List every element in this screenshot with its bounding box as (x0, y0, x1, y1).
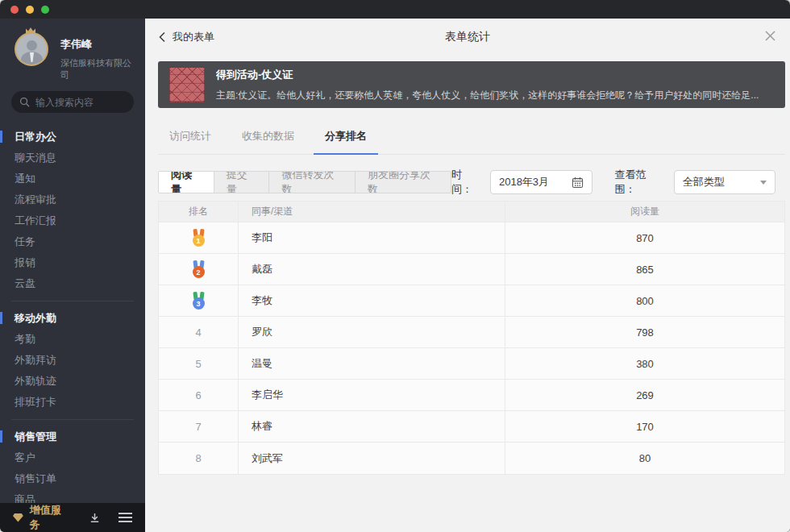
avatar (15, 32, 48, 66)
app-window: 李伟峰 深信服科技有限公司 日常办公 聊天消息 通知 流程审批 工作汇报 任务 … (0, 0, 790, 532)
table-row: 7 林睿 170 (159, 411, 784, 443)
scope-label: 查看范围： (614, 168, 665, 197)
table-row: 2 戴磊 865 (159, 254, 784, 285)
section-accent-bar (0, 312, 2, 324)
calendar-icon (572, 177, 584, 189)
sidebar-item-attendance[interactable]: 考勤 (0, 329, 145, 350)
sidebar-item-cloud-disk[interactable]: 云盘 (0, 273, 145, 294)
sidebar-footer: 增值服务 (0, 503, 145, 532)
scope-select[interactable]: 全部类型 (674, 170, 775, 194)
row-value: 170 (505, 411, 784, 442)
rank-number: 7 (195, 421, 201, 433)
download-button[interactable] (89, 512, 101, 524)
table-row: 8 刘武军 80 (159, 443, 784, 474)
sidebar-item-notice[interactable]: 通知 (0, 168, 145, 189)
main-panel: 我的表单 表单统计 得到活动-仗义证 主题:仗义证。给他人好礼，还要称他人英雄，… (145, 19, 790, 532)
sidebar-item-chat[interactable]: 聊天消息 (0, 148, 145, 168)
close-window-button[interactable] (10, 6, 19, 14)
crown-icon (26, 27, 35, 34)
time-label: 时间： (451, 168, 482, 197)
tab-visit-stats[interactable]: 访问统计 (158, 129, 222, 155)
nav-section-daily-office: 日常办公 (0, 126, 145, 148)
row-name: 李阳 (239, 222, 505, 253)
table-row: 6 李启华 269 (159, 380, 784, 411)
row-name: 李启华 (239, 380, 505, 410)
section-accent-bar (0, 430, 2, 443)
row-value: 870 (505, 222, 784, 253)
form-thumbnail (169, 67, 205, 102)
filter-row: 阅读量 提交量 微信转发次数 朋友圈分享次数 时间： 2018年3月 查看范围：… (158, 170, 785, 194)
metric-segmented-control: 阅读量 提交量 微信转发次数 朋友圈分享次数 (158, 171, 451, 193)
sidebar-item-expense[interactable]: 报销 (0, 252, 145, 273)
menu-button[interactable] (118, 513, 132, 522)
bronze-medal-icon: 3 (192, 292, 206, 310)
section-accent-bar (0, 131, 2, 143)
segment-moments-share-count[interactable]: 朋友圈分享次数 (356, 172, 451, 193)
rank-number: 5 (195, 358, 201, 370)
macos-titlebar (0, 0, 790, 19)
tab-collected-data[interactable]: 收集的数据 (231, 129, 306, 155)
form-title: 得到活动-仗义证 (216, 68, 759, 82)
sidebar-item-customer[interactable]: 客户 (0, 447, 145, 468)
scope-value: 全部类型 (683, 175, 760, 189)
sidebar-item-field-track[interactable]: 外勤轨迹 (0, 371, 145, 392)
row-name: 罗欣 (239, 317, 505, 347)
column-header-colleague: 同事/渠道 (239, 202, 505, 222)
search-input[interactable] (35, 97, 124, 108)
row-name: 温曼 (239, 348, 505, 379)
gold-medal-icon: 1 (192, 229, 206, 247)
segment-read-count[interactable]: 阅读量 (159, 172, 214, 193)
row-name: 林睿 (239, 411, 505, 442)
hamburger-icon (118, 513, 132, 514)
row-name: 刘武军 (239, 443, 505, 474)
date-picker[interactable]: 2018年3月 (490, 170, 592, 194)
rank-number: 6 (195, 389, 201, 401)
sidebar-item-sales-order[interactable]: 销售订单 (0, 468, 145, 489)
table-header-row: 排名 同事/渠道 阅读量 (159, 202, 784, 222)
diamond-icon (13, 513, 23, 522)
chevron-down-icon (760, 181, 767, 185)
rank-number: 4 (195, 326, 201, 339)
sidebar-item-field-visit[interactable]: 外勤拜访 (0, 350, 145, 371)
table-row: 4 罗欣 798 (159, 317, 784, 348)
column-header-rank: 排名 (159, 202, 239, 222)
table-row: 5 温曼 380 (159, 348, 784, 380)
row-value: 800 (505, 285, 784, 316)
row-value: 865 (505, 254, 784, 285)
tab-share-ranking[interactable]: 分享排名 (314, 129, 378, 155)
form-subtitle: 主题:仗义证。给他人好礼，还要称他人英雄，夸他人仗义，给他们奖状，这样的好事谁会… (216, 89, 759, 102)
search-box[interactable] (11, 91, 134, 113)
sidebar-item-task[interactable]: 任务 (0, 231, 145, 252)
value-added-services-button[interactable]: 增值服务 (13, 503, 71, 532)
table-row: 3 李牧 800 (159, 285, 784, 317)
sidebar-item-approval[interactable]: 流程审批 (0, 189, 145, 210)
segment-submit-count[interactable]: 提交量 (214, 172, 270, 193)
content-area: 得到活动-仗义证 主题:仗义证。给他人好礼，还要称他人英雄，夸他人仗义，给他们奖… (145, 61, 790, 475)
user-name: 李伟峰 (60, 32, 134, 52)
stats-tabs: 访问统计 收集的数据 分享排名 (158, 129, 785, 155)
sidebar-nav: 日常办公 聊天消息 通知 流程审批 工作汇报 任务 报销 云盘 移动外勤 考勤 … (0, 126, 145, 531)
close-button[interactable] (765, 30, 775, 44)
ranking-table: 排名 同事/渠道 阅读量 1 李阳 870 2 戴磊 865 3 李牧 (158, 201, 785, 475)
close-icon (765, 31, 775, 41)
table-row: 1 李阳 870 (159, 222, 784, 254)
sidebar: 李伟峰 深信服科技有限公司 日常办公 聊天消息 通知 流程审批 工作汇报 任务 … (0, 19, 145, 532)
silver-medal-icon: 2 (192, 260, 206, 278)
section-divider (11, 419, 134, 420)
section-divider (11, 301, 134, 301)
row-name: 戴磊 (239, 254, 505, 285)
minimize-window-button[interactable] (26, 6, 34, 14)
user-profile[interactable]: 李伟峰 深信服科技有限公司 (0, 19, 145, 83)
row-value: 80 (505, 443, 784, 474)
row-value: 269 (505, 380, 784, 410)
user-company: 深信服科技有限公司 (60, 52, 134, 81)
date-value: 2018年3月 (499, 175, 572, 189)
sidebar-item-shift-clock[interactable]: 排班打卡 (0, 392, 145, 413)
sidebar-item-work-report[interactable]: 工作汇报 (0, 210, 145, 231)
zoom-window-button[interactable] (41, 6, 49, 14)
row-value: 380 (505, 348, 784, 379)
row-name: 李牧 (239, 285, 505, 316)
download-icon (89, 512, 101, 524)
row-value: 798 (505, 317, 784, 347)
segment-wechat-forward-count[interactable]: 微信转发次数 (269, 172, 355, 193)
